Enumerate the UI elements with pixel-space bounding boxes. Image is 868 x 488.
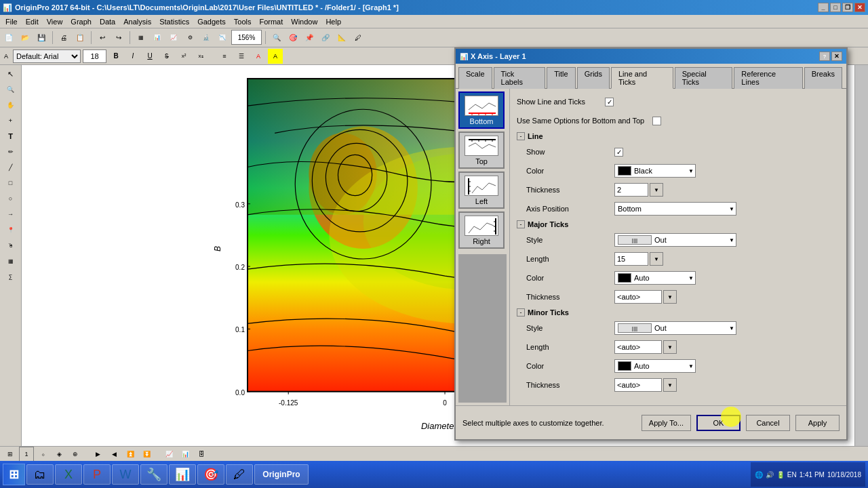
crosshair-tool[interactable]: + [2,113,20,128]
minor-length-input[interactable]: <auto> [614,340,662,354]
menu-file[interactable]: File [1,16,22,27]
pan-tool[interactable]: ✋ [2,98,20,113]
redo-btn[interactable]: ↪ [111,30,126,45]
font-size-input[interactable] [83,49,106,63]
major-style-dropdown[interactable]: |||| Out ▼ [614,233,736,247]
font-color-btn[interactable]: A [251,49,266,64]
menu-window[interactable]: Window [287,16,321,27]
line-tool[interactable]: ╱ [2,160,20,175]
tb-btn-2[interactable]: 📊 [150,30,165,45]
underline-btn[interactable]: U [142,49,157,64]
minor-ticks-collapse-btn[interactable]: - [517,308,525,317]
menu-help[interactable]: Help [321,16,345,27]
taskbar-excel[interactable]: X [55,464,82,485]
taskbar-app2[interactable]: 📊 [169,464,196,485]
tab-tick-labels[interactable]: Tick Labels [494,67,546,89]
line-show-checkbox[interactable]: ✓ [614,148,623,157]
bold-btn[interactable]: B [108,49,123,64]
menu-data[interactable]: Data [96,16,119,27]
tb-btn-10[interactable]: 🔗 [318,30,333,45]
tab-scale[interactable]: Scale [458,67,492,89]
add-layer-btn[interactable]: ⊞ [3,447,18,462]
graph-tb-4[interactable]: ▶ [90,447,105,462]
undo-btn[interactable]: ↩ [95,30,110,45]
tab-reference-lines[interactable]: Reference Lines [734,67,802,89]
tab-special-ticks[interactable]: Special Ticks [675,67,733,89]
menu-graph[interactable]: Graph [66,16,96,27]
major-thickness-dropdown-btn[interactable]: ▼ [663,290,677,304]
axis-dialog[interactable]: 📊 X Axis - Layer 1 ? ✕ Scale Tick Labels… [454,47,848,441]
tb-btn-9[interactable]: 📌 [302,30,317,45]
tb-btn-4[interactable]: ⚙ [182,30,197,45]
subscript-btn[interactable]: x₂ [193,49,208,64]
tab-grids[interactable]: Grids [577,67,610,89]
zoom-tool[interactable]: 🔍 [2,82,20,97]
graph-tb-5[interactable]: ◀ [106,447,121,462]
apply-button[interactable]: Apply [795,415,840,431]
tab-line-ticks[interactable]: Line and Ticks [611,67,673,89]
restore-button[interactable]: ❐ [842,3,853,12]
minor-thickness-dropdown-btn[interactable]: ▼ [663,378,677,392]
axis-position-dropdown[interactable]: Bottom ▼ [614,202,736,216]
graph-tb-2[interactable]: ◈ [52,447,66,462]
tb-btn-7[interactable]: 🔍 [269,30,284,45]
apply-to-button[interactable]: Apply To... [642,415,691,431]
tb-btn-6[interactable]: 📉 [215,30,230,45]
formula-tool[interactable]: ∑ [2,269,20,284]
line-collapse-btn[interactable]: - [517,132,525,140]
menu-gadgets[interactable]: Gadgets [193,16,230,27]
axis-left-btn[interactable]: Left [458,171,505,209]
menu-view[interactable]: View [43,16,67,27]
dialog-help-btn[interactable]: ? [819,52,830,61]
tb-btn-12[interactable]: 🖊 [351,30,366,45]
graph-tb-10[interactable]: 🗄 [194,447,209,462]
ellipse-tool[interactable]: ○ [2,191,20,206]
major-length-input[interactable]: 15 [614,252,648,266]
tb-btn-11[interactable]: 📐 [334,30,349,45]
use-same-checkbox[interactable] [652,117,661,125]
tab-breaks[interactable]: Breaks [804,67,842,89]
menu-format[interactable]: Format [255,16,287,27]
minor-color-dropdown[interactable]: Auto ▼ [614,359,696,373]
dialog-close-btn[interactable]: ✕ [831,52,842,61]
taskbar-explorer[interactable]: 🗂 [26,464,54,485]
axis-right-btn[interactable]: Right [458,211,505,249]
cancel-button[interactable]: Cancel [746,415,790,431]
copy-btn[interactable]: 📋 [73,30,87,45]
font-selector[interactable]: Default: Arial [13,49,81,63]
print-btn[interactable]: 🖨 [56,30,71,45]
taskbar-app3[interactable]: 🎯 [197,464,224,485]
taskbar-app1[interactable]: 🔧 [140,464,167,485]
major-color-dropdown[interactable]: Auto ▼ [614,271,696,285]
save-btn[interactable]: 💾 [34,30,49,45]
major-ticks-collapse-btn[interactable]: - [517,220,525,228]
tb-btn-3[interactable]: 📈 [166,30,181,45]
tb-btn-1[interactable]: ▦ [134,30,149,45]
show-line-ticks-checkbox[interactable]: ✓ [605,98,614,106]
tb-btn-5[interactable]: 🔬 [199,30,214,45]
pointer-tool[interactable]: ↖ [2,66,20,81]
graph-tb-3[interactable]: ⊕ [68,447,83,462]
tb-btn-8[interactable]: 🎯 [285,30,300,45]
line-thickness-input[interactable]: 2 [614,183,648,197]
maximize-button[interactable]: □ [830,3,841,12]
graph-tb-9[interactable]: 📊 [178,447,193,462]
menu-statistics[interactable]: Statistics [155,16,193,27]
minor-style-dropdown[interactable]: |||| Out ▼ [614,321,736,335]
data-reader-tool[interactable]: 📍 [2,222,20,237]
minor-length-dropdown-btn[interactable]: ▼ [663,340,677,354]
taskbar-originpro[interactable]: OriginPro [254,464,309,485]
italic-btn[interactable]: I [125,49,140,64]
graph-tb-7[interactable]: ⏬ [139,447,154,462]
menu-edit[interactable]: Edit [22,16,43,27]
screen-reader-tool[interactable]: 🖱 [2,238,20,253]
tab-title[interactable]: Title [547,67,575,89]
strikethrough-btn[interactable]: S̶ [159,49,174,64]
new-file-btn[interactable]: 📄 [1,30,16,45]
text-tool[interactable]: T [2,129,20,144]
bg-color-btn[interactable]: A [268,49,283,64]
line-color-dropdown[interactable]: Black ▼ [614,164,696,178]
mask-tool[interactable]: ▦ [2,253,20,268]
axis-top-btn[interactable]: Top [458,131,505,169]
axis-bottom-btn[interactable]: Bottom [458,92,505,129]
